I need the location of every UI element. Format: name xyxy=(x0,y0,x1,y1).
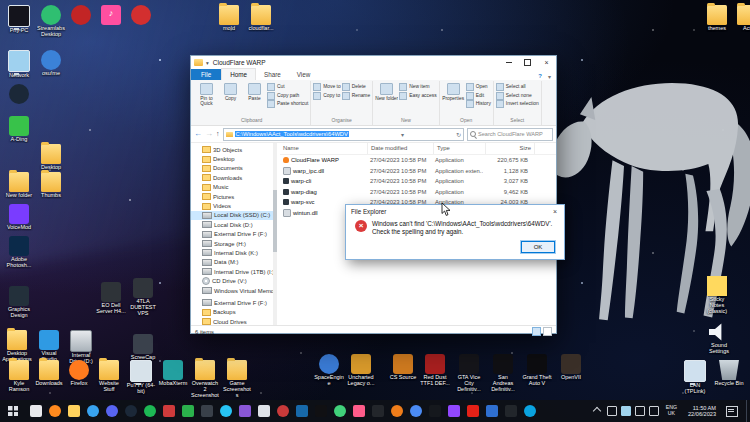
taskbar-app-27[interactable] xyxy=(520,400,539,422)
taskbar-app-11[interactable] xyxy=(216,400,235,422)
tab-home[interactable]: Home xyxy=(221,68,256,80)
taskbar-app-3[interactable] xyxy=(64,400,83,422)
ribbon-copy[interactable]: Copy xyxy=(219,81,242,101)
taskbar-app-5[interactable] xyxy=(102,400,121,422)
sidebar-item-external-drive-f-f[interactable]: External Drive F (F:) xyxy=(191,230,277,239)
taskbar-app-7[interactable] xyxy=(140,400,159,422)
sidebar-item-cloud-drives[interactable]: Cloud Drives xyxy=(191,317,277,325)
desktop-icon-cs-source[interactable]: CS Source xyxy=(388,354,418,381)
sidebar-item-videos[interactable]: Videos xyxy=(191,201,277,210)
desktop-icon-osu-me[interactable]: osu!me xyxy=(36,50,66,77)
ribbon-edit[interactable]: Edit xyxy=(466,92,491,101)
desktop-icon-adobe-photosh[interactable]: Adobe Photosh... xyxy=(4,236,34,269)
show-desktop-button[interactable] xyxy=(746,400,750,422)
ribbon-delete[interactable]: Delete xyxy=(342,83,371,92)
sidebar-item-internal-drive-1tb-i[interactable]: Internal Drive (1TB) (I:) xyxy=(191,267,277,276)
desktop-icon-grand-theft-auto-v[interactable]: Grand Theft Auto V xyxy=(522,354,552,387)
address-bar[interactable]: C:\Windows\AAct_Tools\wdcdrivers\64WDV ▾… xyxy=(223,128,465,141)
ribbon-collapse-icon[interactable]: ▾ xyxy=(548,73,551,80)
sidebar-item-desktop[interactable]: Desktop xyxy=(191,154,277,163)
scrollbar-thumb[interactable] xyxy=(273,190,277,252)
desktop-icon-desktop[interactable]: Desktop xyxy=(36,144,66,171)
ribbon-paste[interactable]: Paste xyxy=(243,81,266,101)
ribbon-copy-to[interactable]: Copy to xyxy=(313,92,340,101)
taskbar-app-21[interactable] xyxy=(406,400,425,422)
taskbar-app-16[interactable] xyxy=(311,400,330,422)
ok-button[interactable]: OK xyxy=(521,241,555,253)
desktop-icon-spaceengine[interactable]: SpaceEngine xyxy=(314,354,344,387)
minimize-button[interactable] xyxy=(499,56,518,69)
taskbar-app-12[interactable] xyxy=(235,400,254,422)
desktop-icon-san-andreas-definitiv[interactable]: San Andreas Definitiv... xyxy=(488,354,518,393)
desktop-icon-desktop-applications[interactable]: Desktop Applications xyxy=(2,330,32,363)
ribbon-help-icon[interactable]: ? xyxy=(538,73,542,80)
desktop-icon-app[interactable] xyxy=(4,84,34,105)
desktop-icon-sound-settings[interactable]: Sound Settings xyxy=(704,322,734,355)
large-icons-view-icon[interactable] xyxy=(543,327,552,336)
language-indicator[interactable]: ENG UK xyxy=(666,405,677,416)
desktop-icon-overwatch-2-screenshots[interactable]: Overwatch 2 Screenshots xyxy=(190,360,220,399)
desktop-icon-website-stuff[interactable]: Website Stuff xyxy=(94,360,124,393)
close-button[interactable]: × xyxy=(537,56,556,69)
desktop-icon-voicemod[interactable]: VoiceMod xyxy=(4,204,34,231)
taskbar-app-13[interactable] xyxy=(254,400,273,422)
desktop-icon-cloudflar[interactable]: cloudflar... xyxy=(246,5,276,32)
desktop-icon-app[interactable]: ♪ xyxy=(96,5,126,26)
desktop-icon-themes[interactable]: themes xyxy=(702,5,732,32)
file-row-cloudflare-warp[interactable]: CloudFlare WARP27/04/2023 10:58 PMApplic… xyxy=(280,155,556,166)
sidebar-item-local-disk-d[interactable]: Local Disk (D:) xyxy=(191,220,277,229)
ribbon-easy-access[interactable]: Easy access xyxy=(399,92,436,101)
column-header-size[interactable]: Size xyxy=(486,143,535,154)
ribbon-select-none[interactable]: Select none xyxy=(496,92,539,101)
dialog-close-button[interactable]: × xyxy=(546,208,564,215)
desktop-icon-game-screenshots[interactable]: Game Screenshots xyxy=(222,360,252,399)
column-header-name[interactable]: Name xyxy=(280,143,368,154)
ribbon-history[interactable]: History xyxy=(466,100,491,109)
desktop-icon-mold[interactable]: mold xyxy=(214,5,244,32)
column-header-type[interactable]: Type xyxy=(434,143,486,154)
taskbar-app-4[interactable] xyxy=(83,400,102,422)
taskbar-app-2[interactable] xyxy=(45,400,64,422)
sidebar-item-local-disk-ssd-c[interactable]: Local Disk (SSD) (C:) xyxy=(191,211,277,220)
taskbar-app-24[interactable] xyxy=(463,400,482,422)
taskbar-app-15[interactable] xyxy=(292,400,311,422)
sidebar-item-3d-objects[interactable]: 3D Objects xyxy=(191,145,277,154)
column-header-date-modified[interactable]: Date modified xyxy=(368,143,434,154)
tray-icon-2[interactable] xyxy=(621,406,631,416)
sidebar-item-backups[interactable]: Backups xyxy=(191,308,277,317)
ribbon-new-item[interactable]: New item xyxy=(399,83,436,92)
desktop-icon-4tla-dubtest-vps[interactable]: 4TLA DUBTEST VPS xyxy=(128,278,158,317)
maximize-button[interactable] xyxy=(518,56,537,69)
start-button[interactable] xyxy=(0,400,26,422)
desktop-icon-thumbs[interactable]: Thumbs xyxy=(36,172,66,199)
desktop-icon-kyle-ramson[interactable]: Kyle Ramson xyxy=(4,360,34,393)
desktop-icon-red-dust-ttf1-def[interactable]: Red Dust TTF1 DEF... xyxy=(420,354,450,387)
ribbon-pin-to-quick-access[interactable]: Pin to Quick access xyxy=(195,81,218,107)
desktop-icon-network[interactable]: Network xyxy=(4,50,34,79)
desktop-icon-openvii[interactable]: OpenVII xyxy=(556,354,586,381)
ribbon-new-folder[interactable]: New folder xyxy=(375,81,398,101)
address-dropdown-icon[interactable]: ▾ xyxy=(401,131,404,138)
sidebar-item-downloads[interactable]: Downloads xyxy=(191,173,277,182)
taskbar-app-6[interactable] xyxy=(121,400,140,422)
desktop-icon-a-ding[interactable]: A-Ding xyxy=(4,116,34,143)
taskbar-app-14[interactable] xyxy=(273,400,292,422)
sidebar-item-pictures[interactable]: Pictures xyxy=(191,192,277,201)
tray-icon-4[interactable] xyxy=(649,406,659,416)
file-row-warp-diag[interactable]: warp-diag27/04/2023 10:58 PMApplication9… xyxy=(280,187,556,198)
tray-icon-3[interactable] xyxy=(635,406,645,416)
ribbon-copy-path[interactable]: Copy path xyxy=(267,92,308,101)
sidebar-item-external-drive-f-f[interactable]: External Drive F (F:) xyxy=(191,298,277,307)
desktop-icon-sticky-notes-classic[interactable]: Sticky Notes (classic) xyxy=(702,276,732,315)
tab-file[interactable]: File xyxy=(191,69,221,80)
refresh-icon[interactable]: ↻ xyxy=(456,131,461,138)
taskbar-app-23[interactable] xyxy=(444,400,463,422)
taskbar-app-22[interactable] xyxy=(425,400,444,422)
sidebar-item-data-m[interactable]: Data (M:) xyxy=(191,258,277,267)
ribbon-invert-selection[interactable]: Invert selection xyxy=(496,100,539,109)
desktop-icon-firefox[interactable]: Firefox xyxy=(64,360,94,387)
taskbar-app-10[interactable] xyxy=(197,400,216,422)
desktop-icon-gta-vice-city-definitiv[interactable]: GTA Vice City Definitiv... xyxy=(454,354,484,393)
sidebar-item-windows-virtual-memory-j[interactable]: Windows Virtual Memory (J:) xyxy=(191,286,277,295)
desktop-icon-downloads[interactable]: Downloads xyxy=(34,360,64,387)
